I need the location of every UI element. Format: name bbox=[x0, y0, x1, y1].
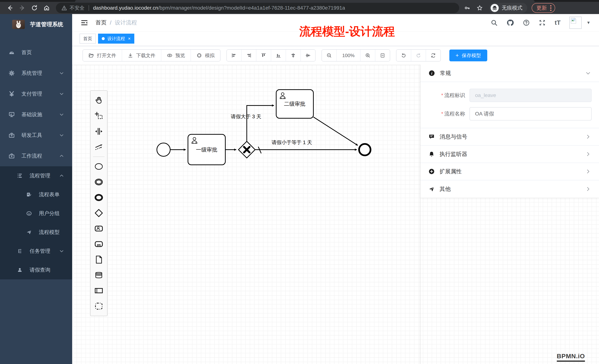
section-message-signal[interactable]: 消息与信号 bbox=[420, 128, 599, 146]
plus-icon: + bbox=[456, 52, 459, 59]
zoom-reset-button[interactable] bbox=[375, 50, 390, 61]
avatar[interactable] bbox=[569, 17, 581, 29]
align-center-vertical-button[interactable] bbox=[301, 50, 315, 61]
github-icon[interactable] bbox=[507, 19, 514, 26]
zoom-in-button[interactable] bbox=[361, 50, 375, 61]
align-right-button[interactable] bbox=[242, 50, 256, 61]
sidebar-item-payment[interactable]: 支付管理 bbox=[0, 84, 72, 104]
browser-actions: 无痕模式 更新 bbox=[464, 3, 555, 13]
user-menu-caret-icon[interactable]: ▼ bbox=[586, 20, 590, 25]
section-other[interactable]: 其他 bbox=[420, 180, 599, 198]
svg-text:i: i bbox=[431, 71, 432, 76]
sidebar-item-process-mgmt[interactable]: 流程管理 bbox=[0, 166, 72, 185]
open-file-label: 打开文件 bbox=[97, 52, 116, 59]
bpmn-io-watermark[interactable]: BPMN.iO bbox=[557, 353, 585, 362]
sidebar-item-devtools[interactable]: 研发工具 bbox=[0, 125, 72, 146]
page-header: 首页 / 设计流程 流程模型-设计流程 tT ▼ bbox=[72, 14, 599, 31]
search-icon[interactable] bbox=[491, 19, 498, 26]
sidebar-item-task-mgmt[interactable]: 任务管理 bbox=[0, 242, 72, 261]
open-file-button[interactable]: 打开文件 bbox=[83, 50, 122, 61]
align-top-button[interactable] bbox=[256, 50, 271, 61]
url-path: /bpm/manager/model/design?modelId=e4a1a1… bbox=[158, 5, 345, 11]
sidebar: 芋道管理系统 首页 系统管理 支付管理 bbox=[0, 14, 72, 364]
forward-icon[interactable] bbox=[18, 3, 27, 13]
section-title: 常规 bbox=[440, 69, 451, 77]
user-icon bbox=[17, 267, 23, 273]
update-button[interactable]: 更新 bbox=[532, 3, 555, 13]
breadcrumb: 首页 / 设计流程 bbox=[96, 19, 137, 26]
section-extended-attributes[interactable]: 扩展属性 bbox=[420, 163, 599, 180]
sidebar-item-process-model[interactable]: 流程模型 bbox=[0, 223, 72, 242]
folder-open-icon bbox=[88, 53, 94, 58]
user-task-level2[interactable]: 二级审批 bbox=[276, 90, 313, 118]
align-center-horizontal-button[interactable] bbox=[286, 50, 301, 61]
process-key-input[interactable] bbox=[469, 89, 592, 102]
user-task-level1[interactable]: 一级审批 bbox=[188, 134, 225, 165]
sidebar-item-user-group[interactable]: 用户分组 bbox=[0, 204, 72, 223]
message-icon bbox=[428, 134, 435, 140]
sidebar-item-infra[interactable]: 基础设施 bbox=[0, 104, 72, 125]
preview-label: 预览 bbox=[175, 52, 185, 59]
bpmn-diagram[interactable]: 一级审批 二级审批 bbox=[72, 65, 420, 364]
sidebar-item-home[interactable]: 首页 bbox=[0, 42, 72, 63]
restart-button[interactable] bbox=[426, 50, 440, 61]
simulate-button[interactable]: 模拟 bbox=[191, 50, 220, 61]
update-label: 更新 bbox=[537, 4, 547, 11]
font-size-icon[interactable]: tT bbox=[555, 19, 561, 26]
save-model-button[interactable]: + 保存模型 bbox=[449, 50, 487, 61]
security-label[interactable]: 不安全 bbox=[70, 5, 85, 11]
align-left-button[interactable] bbox=[227, 50, 242, 61]
active-tab-dot bbox=[102, 37, 105, 40]
designer-toolbar: 打开文件 下载文件 预览 模拟 bbox=[72, 46, 599, 65]
download-file-button[interactable]: 下载文件 bbox=[122, 50, 161, 61]
browser-menu-icon[interactable] bbox=[550, 5, 551, 11]
zoom-out-button[interactable] bbox=[322, 50, 337, 61]
sidebar-item-label: 系统管理 bbox=[21, 70, 42, 77]
section-execution-listener[interactable]: 执行监听器 bbox=[420, 146, 599, 163]
chevron-right-icon bbox=[585, 186, 591, 192]
process-name-input[interactable] bbox=[469, 107, 592, 120]
sidebar-item-system[interactable]: 系统管理 bbox=[0, 63, 72, 84]
incognito-label: 无痕模式 bbox=[502, 4, 522, 11]
sidebar-item-process-form[interactable]: 流程表单 bbox=[0, 185, 72, 204]
download-icon bbox=[128, 53, 133, 58]
gear-icon bbox=[9, 70, 15, 76]
briefcase-icon bbox=[9, 153, 15, 159]
help-icon[interactable] bbox=[523, 19, 530, 26]
redo-button[interactable] bbox=[411, 50, 426, 61]
bookmark-star-icon[interactable] bbox=[476, 5, 483, 11]
incognito-badge: 无痕模式 bbox=[489, 3, 527, 13]
sidebar-collapse-icon[interactable] bbox=[81, 19, 88, 26]
key-icon[interactable] bbox=[464, 5, 470, 11]
url-text: dashboard.yudao.iocoder.cn/bpm/manager/m… bbox=[93, 5, 345, 11]
tab-home[interactable]: 首页 bbox=[79, 34, 96, 44]
undo-button[interactable] bbox=[396, 50, 411, 61]
sidebar-item-leave-query[interactable]: 请假查询 bbox=[0, 261, 72, 279]
section-general[interactable]: i 常规 bbox=[420, 65, 599, 82]
align-bottom-button[interactable] bbox=[271, 50, 286, 61]
sidebar-item-label: 首页 bbox=[21, 49, 32, 56]
app-title: 芋道管理系统 bbox=[30, 21, 63, 28]
home-icon[interactable] bbox=[42, 3, 52, 13]
sidebar-item-label: 任务管理 bbox=[30, 248, 50, 255]
preview-button[interactable]: 预览 bbox=[161, 50, 191, 61]
sidebar-item-workflow[interactable]: 工作流程 bbox=[0, 146, 72, 166]
tab-design-process[interactable]: 设计流程 × bbox=[98, 34, 134, 44]
list-tree-icon bbox=[17, 173, 23, 179]
chevron-down-icon bbox=[59, 92, 64, 96]
app-logo-row[interactable]: 芋道管理系统 bbox=[0, 14, 72, 35]
org-tree-icon bbox=[17, 248, 23, 254]
panel-divider[interactable] bbox=[420, 65, 420, 364]
close-icon[interactable]: × bbox=[128, 36, 131, 41]
end-event[interactable] bbox=[359, 144, 370, 155]
fullscreen-icon[interactable] bbox=[539, 19, 546, 26]
chevron-up-icon bbox=[59, 173, 64, 178]
bpmn-canvas[interactable]: 一级审批 二级审批 bbox=[72, 65, 599, 364]
zoom-level: 100% bbox=[337, 50, 361, 61]
back-icon[interactable] bbox=[5, 3, 15, 13]
start-event[interactable] bbox=[157, 143, 170, 156]
exclusive-gateway[interactable] bbox=[238, 141, 255, 158]
address-bar[interactable]: 不安全 dashboard.yudao.iocoder.cn/bpm/manag… bbox=[56, 3, 459, 13]
breadcrumb-home[interactable]: 首页 bbox=[96, 19, 106, 26]
reload-icon[interactable] bbox=[30, 3, 39, 13]
